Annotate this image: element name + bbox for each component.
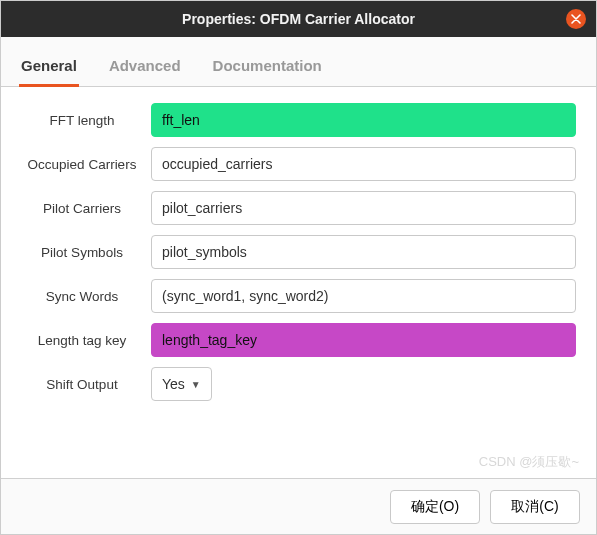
form-body: FFT length Occupied Carriers Pilot Carri… [1, 87, 596, 478]
caret-down-icon: ▼ [191, 379, 201, 390]
tab-documentation[interactable]: Documentation [211, 51, 324, 86]
label-fft-length: FFT length [21, 113, 151, 128]
row-occupied-carriers: Occupied Carriers [21, 147, 576, 181]
select-shift-output-value: Yes [162, 376, 185, 392]
titlebar: Properties: OFDM Carrier Allocator [1, 1, 596, 37]
tab-bar: General Advanced Documentation [1, 37, 596, 87]
row-pilot-carriers: Pilot Carriers [21, 191, 576, 225]
tab-advanced[interactable]: Advanced [107, 51, 183, 86]
label-length-tag-key: Length tag key [21, 333, 151, 348]
input-fft-length[interactable] [151, 103, 576, 137]
label-occupied-carriers: Occupied Carriers [21, 157, 151, 172]
tab-general[interactable]: General [19, 51, 79, 86]
row-length-tag-key: Length tag key [21, 323, 576, 357]
cancel-button[interactable]: 取消(C) [490, 490, 580, 524]
properties-dialog: Properties: OFDM Carrier Allocator Gener… [0, 0, 597, 535]
label-sync-words: Sync Words [21, 289, 151, 304]
row-shift-output: Shift Output Yes ▼ [21, 367, 576, 401]
close-icon [571, 14, 581, 24]
ok-button[interactable]: 确定(O) [390, 490, 480, 524]
window-title: Properties: OFDM Carrier Allocator [182, 11, 415, 27]
row-pilot-symbols: Pilot Symbols [21, 235, 576, 269]
close-button[interactable] [566, 9, 586, 29]
input-pilot-symbols[interactable] [151, 235, 576, 269]
input-occupied-carriers[interactable] [151, 147, 576, 181]
select-shift-output[interactable]: Yes ▼ [151, 367, 212, 401]
label-pilot-symbols: Pilot Symbols [21, 245, 151, 260]
row-fft-length: FFT length [21, 103, 576, 137]
input-sync-words[interactable] [151, 279, 576, 313]
label-shift-output: Shift Output [21, 377, 151, 392]
label-pilot-carriers: Pilot Carriers [21, 201, 151, 216]
row-sync-words: Sync Words [21, 279, 576, 313]
input-length-tag-key[interactable] [151, 323, 576, 357]
input-pilot-carriers[interactable] [151, 191, 576, 225]
dialog-footer: 确定(O) 取消(C) [1, 478, 596, 534]
